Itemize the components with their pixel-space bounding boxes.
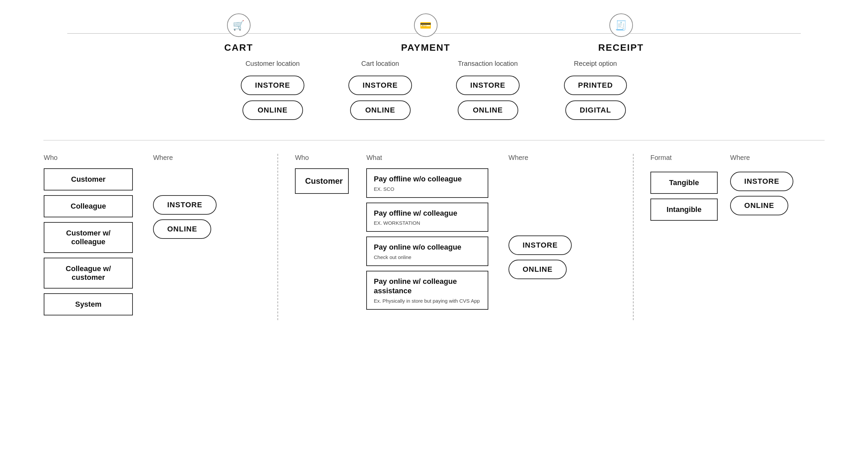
cart-icon: 🛒 (233, 20, 245, 31)
option-group-0: Customer locationINSTOREONLINE (219, 60, 327, 120)
what-item-title-1: Pay offline w/ colleague (374, 209, 481, 218)
where-mid-item-1[interactable]: ONLINE (508, 260, 567, 279)
what-item-title-3: Pay online w/ colleague assistance (374, 277, 481, 296)
what-item-2: Pay online w/o colleagueCheck out online (366, 237, 488, 266)
option-pill-0-0[interactable]: INSTORE (241, 76, 304, 95)
cart-label: CART (224, 42, 253, 53)
payment-label: PAYMENT (401, 42, 450, 53)
who2-header: Who (295, 154, 346, 162)
who-item-0: Customer (44, 168, 133, 191)
col-format: Format TangibleIntangible (640, 154, 720, 226)
receipt-circle: 🧾 (609, 13, 633, 37)
where-mid-items: INSTOREONLINE (508, 236, 616, 284)
who-item-2: Customer w/ colleague (44, 222, 133, 253)
col-who: Who CustomerColleagueCustomer w/ colleag… (34, 154, 143, 320)
option-group-label-0: Customer location (246, 60, 300, 68)
where-left-item-0[interactable]: INSTORE (153, 195, 216, 215)
option-pill-1-1[interactable]: ONLINE (350, 100, 411, 120)
cart-circle: 🛒 (227, 13, 251, 37)
timeline-step-cart: 🛒 CART (224, 13, 253, 53)
who-items: CustomerColleagueCustomer w/ colleagueCo… (44, 168, 133, 320)
col-what: What Pay offline w/o colleagueEX. SCOPay… (356, 154, 498, 314)
option-group-1: Cart locationINSTOREONLINE (327, 60, 434, 120)
option-pill-2-1[interactable]: ONLINE (458, 100, 518, 120)
bottom-section: Who CustomerColleagueCustomer w/ colleag… (0, 140, 868, 334)
who-item-3: Colleague w/ customer (44, 258, 133, 289)
where-mid-header: Where (508, 154, 616, 162)
bottom-flex: Who CustomerColleagueCustomer w/ colleag… (34, 154, 848, 320)
who2-item-0: Customer (295, 168, 349, 194)
where-right-item-0[interactable]: INSTORE (730, 172, 793, 191)
who-item-4: System (44, 293, 133, 315)
option-pill-1-0[interactable]: INSTORE (348, 76, 412, 95)
where-right-header: Where (730, 154, 838, 162)
what-item-sub-2: Check out online (374, 254, 481, 260)
where-left-item-1[interactable]: ONLINE (153, 219, 211, 239)
where-left-items: INSTOREONLINE (153, 195, 260, 243)
dashed-divider-1 (277, 154, 278, 320)
payment-icon: 💳 (420, 20, 432, 31)
option-pill-0-1[interactable]: ONLINE (243, 100, 303, 120)
dashed-divider-2 (633, 154, 633, 320)
option-pill-3-0[interactable]: PRINTED (564, 76, 627, 95)
who2-items: Customer (295, 168, 346, 199)
format-items: TangibleIntangible (650, 172, 710, 226)
timeline-step-payment: 💳 PAYMENT (401, 13, 450, 53)
top-options-row: Customer locationINSTOREONLINECart locat… (0, 60, 868, 120)
col-who2: Who Customer (285, 154, 356, 199)
option-pill-2-0[interactable]: INSTORE (456, 76, 519, 95)
col-where-right: Where INSTOREONLINE (720, 154, 848, 220)
format-item-0: Tangible (650, 172, 718, 194)
option-group-3: Receipt optionPRINTEDDIGITAL (542, 60, 649, 120)
format-item-1: Intangible (650, 199, 718, 221)
who-item-1: Colleague (44, 195, 133, 217)
what-item-sub-0: EX. SCO (374, 186, 481, 192)
option-group-label-3: Receipt option (574, 60, 617, 68)
what-item-title-2: Pay online w/o colleague (374, 242, 481, 252)
top-section: 🛒 CART 💳 PAYMENT 🧾 RECEIPT Customer loca… (0, 0, 868, 130)
what-item-sub-1: EX. WORKSTATION (374, 220, 481, 226)
where-right-item-1[interactable]: ONLINE (730, 196, 788, 215)
receipt-icon: 🧾 (615, 20, 627, 31)
what-item-3: Pay online w/ colleague assistanceEx. Ph… (366, 271, 488, 310)
what-items: Pay offline w/o colleagueEX. SCOPay offl… (366, 168, 488, 314)
where-right-items: INSTOREONLINE (730, 172, 838, 220)
where-mid-item-0[interactable]: INSTORE (508, 236, 572, 255)
what-item-sub-3: Ex. Physically in store but paying with … (374, 298, 481, 304)
who-header: Who (44, 154, 133, 162)
what-header: What (366, 154, 488, 162)
option-group-label-2: Transaction location (458, 60, 518, 68)
where-left-header: Where (153, 154, 260, 162)
what-item-1: Pay offline w/ colleagueEX. WORKSTATION (366, 203, 488, 232)
timeline-step-receipt: 🧾 RECEIPT (598, 13, 644, 53)
timeline-row: 🛒 CART 💳 PAYMENT 🧾 RECEIPT (0, 13, 868, 53)
option-group-label-1: Cart location (361, 60, 399, 68)
option-pill-3-1[interactable]: DIGITAL (565, 100, 626, 120)
what-item-title-0: Pay offline w/o colleague (374, 174, 481, 184)
col-where-mid: Where INSTOREONLINE (498, 154, 626, 284)
option-group-2: Transaction locationINSTOREONLINE (434, 60, 542, 120)
payment-circle: 💳 (414, 13, 437, 37)
receipt-label: RECEIPT (598, 42, 644, 53)
format-header: Format (650, 154, 710, 162)
what-item-0: Pay offline w/o colleagueEX. SCO (366, 168, 488, 198)
col-where-left: Where INSTOREONLINE (143, 154, 271, 243)
